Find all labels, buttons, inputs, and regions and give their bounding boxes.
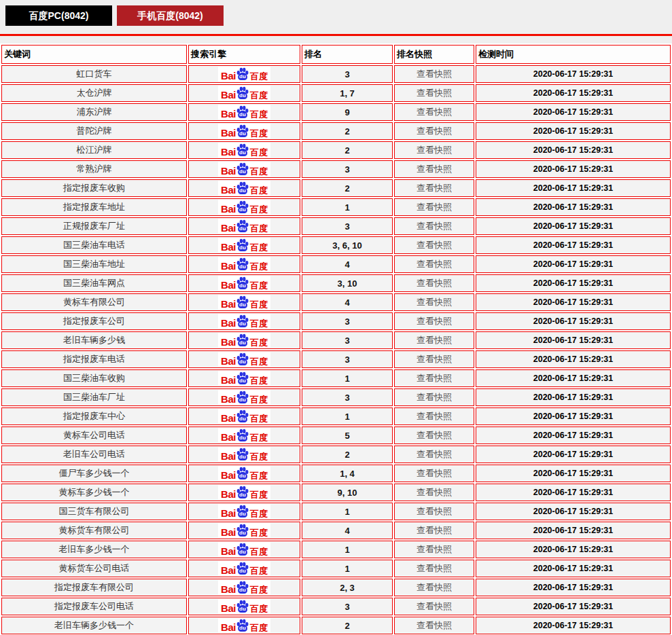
view-snapshot-link[interactable]: 查看快照 <box>417 126 452 136</box>
baidu-logo-du-text: du <box>239 150 246 156</box>
baidu-paw-icon: du <box>236 124 249 138</box>
view-snapshot-link[interactable]: 查看快照 <box>417 563 452 573</box>
baidu-logo-du-text: du <box>239 321 246 327</box>
header-rank: 排名 <box>302 45 393 64</box>
baidu-logo-du-text: du <box>239 283 246 289</box>
baidu-paw-icon: du <box>236 448 249 461</box>
baidu-logo-du-text: du <box>239 397 246 403</box>
view-snapshot-link[interactable]: 查看快照 <box>417 164 452 174</box>
view-snapshot-link[interactable]: 查看快照 <box>417 601 452 611</box>
keyword-cell: 黄标货车公司电话 <box>1 560 187 577</box>
view-snapshot-link[interactable]: 查看快照 <box>417 278 452 288</box>
snapshot-cell: 查看快照 <box>394 179 474 197</box>
rank-cell: 1 <box>302 503 393 520</box>
baidu-logo-du-text: du <box>239 549 246 555</box>
search-engine-cell: Baidu百度 <box>188 255 300 273</box>
view-snapshot-link[interactable]: 查看快照 <box>417 240 452 250</box>
baidu-logo-du-text: du <box>239 435 246 441</box>
view-snapshot-link[interactable]: 查看快照 <box>417 544 452 554</box>
view-snapshot-link[interactable]: 查看快照 <box>417 69 452 79</box>
keyword-cell: 老旧车辆多少钱 <box>1 331 187 349</box>
baidu-paw-icon: du <box>236 619 249 632</box>
rank-cell: 2 <box>302 446 393 463</box>
view-snapshot-link[interactable]: 查看快照 <box>417 88 452 98</box>
baidu-logo-icon: Baidu百度 <box>218 599 270 614</box>
check-time-cell: 2020-06-17 15:29:31 <box>476 350 671 368</box>
table-row: 黄标货车公司电话 Baidu百度 1 查看快照 2020-06-17 15:29… <box>1 560 671 577</box>
view-snapshot-link[interactable]: 查看快照 <box>417 335 452 345</box>
snapshot-cell: 查看快照 <box>394 217 474 235</box>
check-time-cell: 2020-06-17 15:29:31 <box>476 579 671 596</box>
view-snapshot-link[interactable]: 查看快照 <box>417 183 452 193</box>
rank-cell: 5 <box>302 427 393 444</box>
red-divider <box>0 34 672 36</box>
baidu-logo-bai-text: Bai <box>221 394 236 404</box>
snapshot-cell: 查看快照 <box>394 65 474 83</box>
view-snapshot-link[interactable]: 查看快照 <box>417 411 452 421</box>
baidu-logo-cn-text: 百度 <box>250 490 268 499</box>
snapshot-cell: 查看快照 <box>394 331 474 349</box>
view-snapshot-link[interactable]: 查看快照 <box>417 430 452 440</box>
baidu-logo-icon: Baidu百度 <box>218 257 270 272</box>
view-snapshot-link[interactable]: 查看快照 <box>417 297 452 307</box>
header-check-time: 检测时间 <box>476 45 671 64</box>
tab-baidu-mobile[interactable]: 手机百度(8042) <box>117 5 224 26</box>
keyword-cell: 指定报废车电话 <box>1 350 187 368</box>
view-snapshot-link[interactable]: 查看快照 <box>417 107 452 117</box>
rank-cell: 2 <box>302 141 393 159</box>
snapshot-cell: 查看快照 <box>394 160 474 178</box>
baidu-logo-bai-text: Bai <box>221 242 236 252</box>
view-snapshot-link[interactable]: 查看快照 <box>417 582 452 592</box>
table-row: 常熟沪牌 Baidu百度 3 查看快照 2020-06-17 15:29:31 <box>1 160 671 178</box>
view-snapshot-link[interactable]: 查看快照 <box>417 373 452 383</box>
table-row: 松江沪牌 Baidu百度 2 查看快照 2020-06-17 15:29:31 <box>1 141 671 159</box>
rank-cell: 4 <box>302 293 393 311</box>
view-snapshot-link[interactable]: 查看快照 <box>417 145 452 155</box>
tab-baidu-pc[interactable]: 百度PC(8042) <box>5 5 112 26</box>
view-snapshot-link[interactable]: 查看快照 <box>417 316 452 326</box>
table-row: 太仓沪牌 Baidu百度 1, 7 查看快照 2020-06-17 15:29:… <box>1 84 671 102</box>
baidu-logo-du-text: du <box>239 606 246 612</box>
baidu-logo-cn-text: 百度 <box>250 110 268 119</box>
search-engine-cell: Baidu百度 <box>188 65 300 83</box>
baidu-logo-bai-text: Bai <box>221 375 236 385</box>
baidu-logo-cn-text: 百度 <box>250 509 268 518</box>
view-snapshot-link[interactable]: 查看快照 <box>417 449 452 459</box>
snapshot-cell: 查看快照 <box>394 598 474 615</box>
baidu-paw-icon: du <box>236 200 249 214</box>
rank-cell: 1 <box>302 198 393 216</box>
view-snapshot-link[interactable]: 查看快照 <box>417 468 452 478</box>
table-row: 正规报废车厂址 Baidu百度 3 查看快照 2020-06-17 15:29:… <box>1 217 671 235</box>
view-snapshot-link[interactable]: 查看快照 <box>417 525 452 535</box>
view-snapshot-link[interactable]: 查看快照 <box>417 506 452 516</box>
keyword-cell: 指定报废车公司电话 <box>1 598 187 615</box>
rank-cell: 4 <box>302 522 393 539</box>
check-time-cell: 2020-06-17 15:29:31 <box>476 198 671 216</box>
search-engine-tabs: 百度PC(8042) 手机百度(8042) <box>0 0 672 26</box>
table-row: 普陀沪牌 Baidu百度 2 查看快照 2020-06-17 15:29:31 <box>1 122 671 140</box>
keyword-cell: 黄标车多少钱一个 <box>1 484 187 501</box>
baidu-logo-cn-text: 百度 <box>250 623 268 632</box>
view-snapshot-link[interactable]: 查看快照 <box>417 202 452 212</box>
view-snapshot-link[interactable]: 查看快照 <box>417 259 452 269</box>
table-row: 国三柴油车电话 Baidu百度 3, 6, 10 查看快照 2020-06-17… <box>1 236 671 254</box>
baidu-logo-cn-text: 百度 <box>250 585 268 594</box>
check-time-cell: 2020-06-17 15:29:31 <box>476 236 671 254</box>
view-snapshot-link[interactable]: 查看快照 <box>417 392 452 402</box>
baidu-logo-cn-text: 百度 <box>250 205 268 214</box>
view-snapshot-link[interactable]: 查看快照 <box>417 487 452 497</box>
baidu-logo-icon: Baidu百度 <box>218 409 270 424</box>
table-row: 指定报废车中心 Baidu百度 1 查看快照 2020-06-17 15:29:… <box>1 407 671 425</box>
view-snapshot-link[interactable]: 查看快照 <box>417 221 452 231</box>
rank-cell: 1, 7 <box>302 84 393 102</box>
baidu-logo-du-text: du <box>239 454 246 460</box>
view-snapshot-link[interactable]: 查看快照 <box>417 620 452 630</box>
baidu-logo-icon: Baidu百度 <box>218 143 270 158</box>
keyword-cell: 常熟沪牌 <box>1 160 187 178</box>
keyword-cell: 松江沪牌 <box>1 141 187 159</box>
snapshot-cell: 查看快照 <box>394 388 474 406</box>
view-snapshot-link[interactable]: 查看快照 <box>417 354 452 364</box>
rank-cell: 1 <box>302 560 393 577</box>
check-time-cell: 2020-06-17 15:29:31 <box>476 560 671 577</box>
check-time-cell: 2020-06-17 15:29:31 <box>476 312 671 330</box>
